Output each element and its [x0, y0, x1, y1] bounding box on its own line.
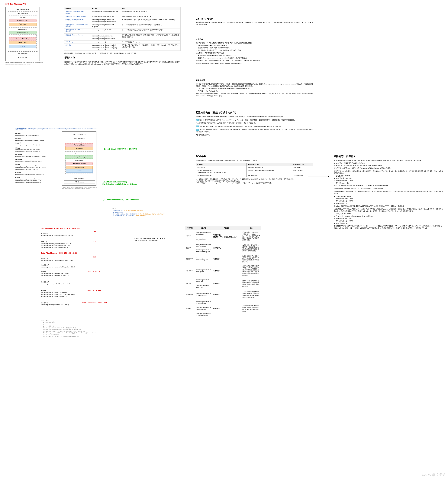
arrow2 — [183, 42, 193, 42]
config-list: 框架堆内存taskmanager.memory.process.size = (… — [15, 133, 58, 185]
jvm-params-section: JVM 参数 Flink 进程启动时，会根据配置的和自动推导出的各内存部分大小，… — [196, 153, 313, 184]
limited-ratio-section: 受限的等比内存部分 本节介绍下列内存部分的配置方法，它们都可以通过指定在总内存中… — [334, 153, 443, 229]
minmax-note: 如果小于 min 就使用 min，如果大于 max 就用 max，否则按总fli… — [134, 238, 165, 242]
jvm-options-code: JVM Options: -Xmx1664299798 约1587m=Task堆… — [112, 208, 165, 217]
watermark: CSDN @左美美 — [422, 473, 445, 477]
offheap-config-section: 配置堆外内存（直接内存或本地内存） 用户代码中分配的堆外内存被归为任务堆外内存（… — [196, 109, 313, 136]
model-detail-section: 内存模型详解 https://nightlies.apache.org/flin… — [15, 127, 190, 130]
memory-diagram-1: Total Process Memory Total Flink Memory … — [6, 7, 45, 65]
cli-code: # bin/flink run \ -t yarn-per-job \ -d \… — [41, 319, 96, 340]
consumer-weight-section: 消费者权重 对于包含不同种类的托管内存消费者的作业，可以进一步控制托管内存如何在… — [196, 78, 313, 97]
annotation-meta: 【-XX:MaxMetaspaceSize】 JVM Metaspace — [102, 198, 139, 201]
tuning-table: 内存类型配置参数调整建议理由 托管内存taskmanager.memory.ma… — [185, 226, 261, 317]
framework-mem-title: 框架内存 — [64, 56, 181, 60]
annotation-direct: 【-XX:MaxDirectMemorySize】 框架堆外内存 + 任务堆外内… — [102, 181, 137, 186]
annotation-xmx: 【-Xmx 和 -Xms】 框架堆内存 + 任务堆内存 — [102, 148, 137, 150]
model-detail-title: 内存模型详解 — [15, 127, 27, 130]
page-title: 配置 TaskManager 内存 — [6, 3, 26, 6]
model-detail-link[interactable]: https://nightlies.apache.org/flink/flink… — [28, 128, 97, 130]
config-table: 组成部分配置参数描述 框架堆内存（Framework Heap Memory）t… — [64, 7, 181, 65]
diagram-note: * Notice, that the native non-direct usa… — [6, 62, 45, 65]
arrow1 — [183, 22, 193, 22]
managed-mem-section: 托管内存 托管内存是由 Flink 负责分配和管理的本地（堆外）内存。以下场景需… — [196, 37, 313, 65]
task-heap-section: 任务（算子）堆内存 如果希望确保给用户代码的 JVM 堆内存大小，可以明确指定任… — [196, 16, 313, 25]
calculation-block: taskmanager.memory.process.size = 4096 m… — [41, 227, 137, 308]
memory-diagram-2: Total Process Memory Total Flink Memory … — [62, 131, 98, 189]
